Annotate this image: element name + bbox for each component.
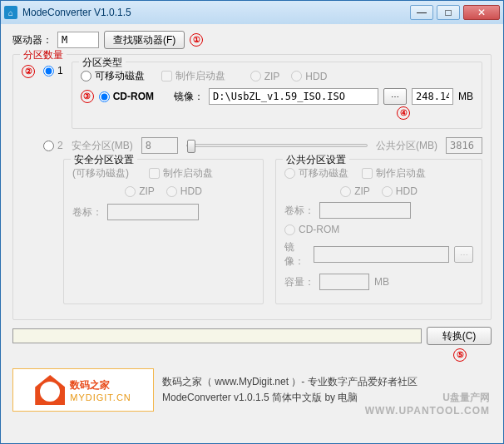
safe-partition-label: 安全分区(MB) bbox=[72, 139, 133, 153]
progress-bar bbox=[12, 328, 422, 343]
safe-vol-input bbox=[107, 204, 199, 220]
credits-line2: ModeConverter v1.0.1.5 简体中文版 by 电脑 bbox=[162, 390, 418, 406]
radio-hdd-1: HDD bbox=[291, 71, 327, 82]
marker-3: ③ bbox=[81, 90, 94, 103]
logo-brand: 数码之家 bbox=[70, 378, 131, 392]
convert-button[interactable]: 转换(C) bbox=[427, 327, 492, 345]
safe-settings-legend: 安全分区设置 bbox=[71, 153, 137, 167]
pub-image-input bbox=[314, 246, 449, 263]
browse-icon[interactable]: ⋯ bbox=[383, 88, 407, 105]
credits-line1: 数码之家（ www.MyDigit.net ）- 专业数字产品爱好者社区 bbox=[162, 374, 418, 390]
marker-5: ⑤ bbox=[453, 348, 467, 362]
checkbox-make-boot-1: 制作启动盘 bbox=[161, 69, 225, 83]
public-settings-legend: 公共分区设置 bbox=[283, 153, 349, 167]
pub-capacity-input bbox=[319, 274, 369, 290]
logo-icon bbox=[35, 375, 65, 405]
safe-subtitle: (可移动磁盘) bbox=[72, 166, 129, 180]
logo: 数码之家 MYDIGIT.CN bbox=[12, 368, 154, 412]
partition-slider bbox=[186, 144, 368, 147]
minimize-button[interactable]: — bbox=[410, 5, 433, 20]
pub-capacity-unit: MB bbox=[374, 276, 389, 288]
radio-removable-pub: 可移动磁盘 bbox=[284, 166, 348, 180]
partition-count-legend: 分区数量 bbox=[20, 48, 67, 62]
pub-capacity-label: 容量： bbox=[284, 275, 314, 289]
logo-url: MYDIGIT.CN bbox=[70, 392, 131, 402]
radio-zip-safe: ZIP bbox=[125, 185, 155, 197]
slider-thumb bbox=[187, 140, 195, 153]
radio-cdrom[interactable]: CD-ROM bbox=[99, 91, 154, 102]
marker-1: ① bbox=[190, 33, 203, 47]
app-icon: ⌂ bbox=[4, 6, 17, 19]
pub-vol-input bbox=[319, 202, 411, 219]
browse-icon-pub: ⋯ bbox=[454, 246, 473, 263]
safe-partition-input bbox=[141, 137, 178, 154]
close-button[interactable]: ✕ bbox=[463, 5, 500, 20]
maximize-button[interactable]: □ bbox=[437, 5, 460, 20]
radio-removable[interactable]: 可移动磁盘 bbox=[81, 69, 145, 83]
radio-zip-1: ZIP bbox=[250, 71, 280, 82]
radio-option-1[interactable]: 1 bbox=[43, 65, 63, 76]
partition-type-legend: 分区类型 bbox=[79, 56, 126, 70]
titlebar: ⌂ ModeConverter V1.0.1.5 — □ ✕ bbox=[1, 1, 503, 24]
public-partition-label: 公共分区(MB) bbox=[376, 139, 437, 153]
radio-hdd-pub: HDD bbox=[382, 185, 418, 197]
pub-vol-label: 卷标： bbox=[284, 204, 314, 218]
pub-image-label: 镜像： bbox=[284, 240, 309, 269]
radio-option-2[interactable]: 2 bbox=[43, 140, 63, 151]
checkbox-make-boot-safe: 制作启动盘 bbox=[149, 166, 213, 180]
find-driver-button[interactable]: 查找驱动器(F) bbox=[104, 31, 185, 49]
window-title: ModeConverter V1.0.1.5 bbox=[22, 7, 410, 18]
image-label: 镜像： bbox=[174, 90, 204, 104]
image-size-input[interactable] bbox=[412, 88, 453, 105]
driver-input[interactable] bbox=[57, 32, 99, 48]
credits: 数码之家（ www.MyDigit.net ）- 专业数字产品爱好者社区 Mod… bbox=[162, 374, 418, 406]
safe-vol-label: 卷标： bbox=[72, 205, 102, 220]
driver-label: 驱动器： bbox=[12, 33, 52, 47]
radio-zip-pub: ZIP bbox=[340, 185, 370, 197]
marker-2: ② bbox=[22, 65, 35, 78]
marker-4: ④ bbox=[397, 106, 410, 120]
size-unit: MB bbox=[458, 91, 473, 102]
checkbox-make-boot-pub: 制作启动盘 bbox=[362, 166, 426, 180]
image-path-input[interactable] bbox=[209, 88, 378, 105]
radio-hdd-safe: HDD bbox=[166, 185, 202, 197]
radio-cdrom-pub: CD-ROM bbox=[284, 224, 339, 235]
public-partition-input bbox=[446, 137, 482, 154]
